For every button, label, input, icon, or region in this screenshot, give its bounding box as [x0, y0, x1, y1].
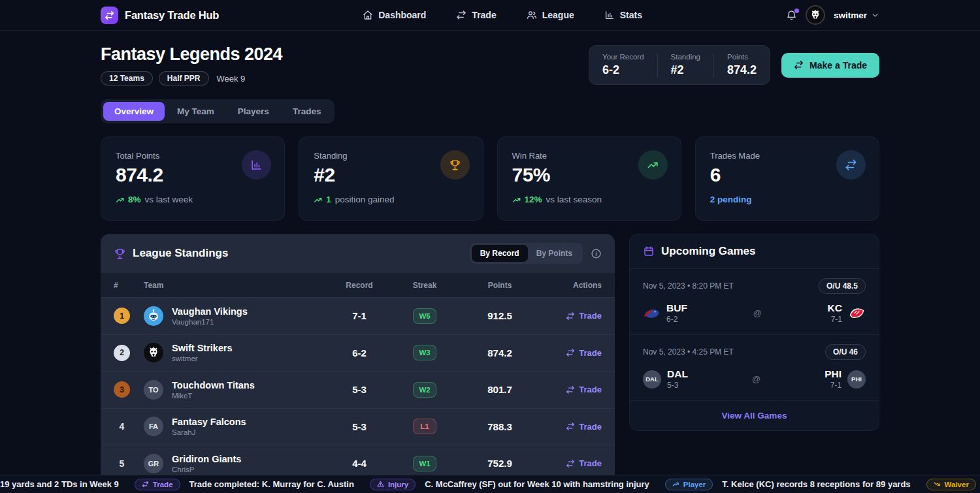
trend-down-icon [934, 481, 941, 488]
trend-up-icon [672, 481, 679, 488]
trade-row-button[interactable]: Trade [566, 348, 602, 358]
trade-row-button[interactable]: Trade [566, 458, 602, 468]
record-value: 6-2 [327, 347, 392, 358]
avatar: TO [144, 380, 163, 400]
stat-card-win-rate: Win Rate 75% 12% vs last season [497, 136, 681, 221]
page-title: Fantasy Legends 2024 [101, 44, 282, 65]
team-name: Touchdown Titans [172, 380, 255, 390]
at-separator: @ [753, 308, 762, 318]
injury-badge: Injury [370, 479, 416, 490]
streak-badge: W3 [413, 345, 436, 360]
points-stat: Points 874.2 [727, 53, 757, 77]
nav-item-stats[interactable]: Stats [604, 10, 642, 20]
trophy-icon [114, 247, 126, 260]
rank-badge: 3 [114, 381, 130, 398]
sort-by-points-button[interactable]: By Points [528, 245, 581, 262]
away-team: DAL DAL 5-3 [643, 368, 688, 390]
sort-toggle: By Record By Points [470, 243, 583, 264]
divider [713, 54, 714, 77]
sort-by-record-button[interactable]: By Record [472, 245, 528, 262]
home-icon [363, 10, 373, 20]
user-avatar[interactable] [806, 5, 825, 25]
make-a-trade-button[interactable]: Make a Trade [781, 53, 879, 78]
nav-item-dashboard[interactable]: Dashboard [363, 10, 426, 20]
nav-item-trade[interactable]: Trade [456, 10, 496, 20]
streak-badge: L1 [413, 419, 436, 434]
notifications-bell-icon[interactable] [786, 10, 797, 21]
ticker-item: Injury C. McCaffrey (SF) out for Week 10… [370, 479, 649, 490]
trade-badge: Trade [135, 479, 180, 490]
news-ticker[interactable]: 19 yards and 2 TDs in Week 9 Trade Trade… [0, 475, 980, 493]
swap-icon [794, 60, 804, 70]
league-header: Fantasy Legends 2024 12 Teams Half PPR W… [101, 44, 282, 86]
nav-item-league[interactable]: League [527, 10, 574, 20]
tab-overview[interactable]: Overview [103, 102, 165, 121]
view-tabs: Overview My Team Players Trades [101, 99, 335, 123]
username: switmer [834, 10, 867, 20]
avatar [144, 306, 163, 326]
avatar [144, 343, 163, 362]
record-stat: Your Record 6-2 [602, 53, 644, 77]
streak-badge: W2 [413, 382, 436, 398]
user-menu[interactable]: switmer [834, 10, 879, 20]
stat-card-standing: Standing #2 1 position gained [299, 136, 483, 221]
warning-icon [377, 481, 384, 488]
app-logo-swap-icon [101, 7, 118, 24]
game-item: Nov 5, 2023 • 4:25 PM ET O/U 46 DAL DAL … [630, 335, 879, 401]
team-name: Gridiron Giants [172, 454, 241, 464]
swap-icon [566, 348, 575, 357]
team-owner: SarahJ [172, 428, 246, 436]
trend-up-icon [314, 195, 323, 204]
team-name: Vaughan Vikings [172, 306, 248, 317]
team-abbr: DAL [667, 368, 688, 380]
teams-count-badge: 12 Teams [101, 71, 153, 86]
scoring-format-badge: Half PPR [159, 71, 209, 86]
tab-players[interactable]: Players [227, 102, 280, 121]
nav-item-label: Stats [620, 10, 642, 20]
team-owner: Vaughan171 [172, 318, 248, 326]
bills-logo-icon [643, 304, 661, 322]
trend-up-icon [116, 195, 125, 204]
standing-stat: Standing #2 [671, 53, 700, 77]
notification-dot [794, 8, 799, 13]
info-icon[interactable] [591, 248, 602, 259]
game-datetime: Nov 5, 2023 • 8:20 PM ET [643, 281, 734, 291]
trade-row-button[interactable]: Trade [566, 385, 602, 394]
team-owner: MikeT [172, 392, 255, 400]
ticker-item: Waiver D. Hopkins claimed off waivers [926, 479, 980, 490]
nav-item-label: Trade [472, 10, 496, 20]
brand[interactable]: Fantasy Trade Hub [101, 7, 219, 24]
divider [657, 54, 658, 77]
nav-item-label: Dashboard [378, 10, 426, 20]
trade-row-button[interactable]: Trade [566, 311, 602, 321]
table-row: 4 FA Fantasy Falcons SarahJ 5-3 L1 788.3… [101, 408, 615, 445]
home-team: KC 7-1 [828, 302, 866, 324]
tab-my-team[interactable]: My Team [166, 102, 225, 121]
record-value: 5-3 [327, 384, 392, 395]
team-record: 6-2 [666, 315, 687, 324]
bar-chart-icon [604, 10, 615, 20]
view-all-games-link[interactable]: View All Games [630, 401, 879, 430]
tab-trades[interactable]: Trades [282, 102, 333, 121]
trade-row-button[interactable]: Trade [566, 422, 602, 432]
app-root: Fantasy Trade Hub Dashboard Trade League [0, 0, 980, 493]
eagles-logo: PHI [847, 370, 866, 389]
trophy-icon [440, 150, 470, 180]
record-value: 7-1 [327, 310, 392, 321]
table-row: 1 Vaughan Vikings Vaughan171 7-1 W5 912.… [101, 297, 615, 334]
table-row: 3 TO Touchdown Titans MikeT 5-3 W2 801.7… [101, 371, 615, 408]
team-abbr: KC [828, 302, 842, 314]
team-record: 7-1 [825, 381, 841, 390]
rank-badge: 2 [114, 345, 130, 361]
table-row: 2 Swift Strikers switmer 6-2 W3 874.2 Tr… [101, 334, 615, 372]
points-value: 788.3 [457, 421, 542, 432]
at-separator: @ [752, 374, 760, 384]
rank-badge: 4 [114, 419, 130, 435]
record-value: 4-4 [327, 458, 392, 469]
nav-links: Dashboard Trade League Stats [219, 10, 786, 20]
avatar: FA [144, 417, 163, 436]
swap-icon [566, 311, 575, 321]
rank-badge: 5 [114, 455, 130, 471]
streak-badge: W5 [413, 308, 436, 324]
ticker-item: Trade Trade completed: K. Murray for C. … [135, 479, 354, 490]
